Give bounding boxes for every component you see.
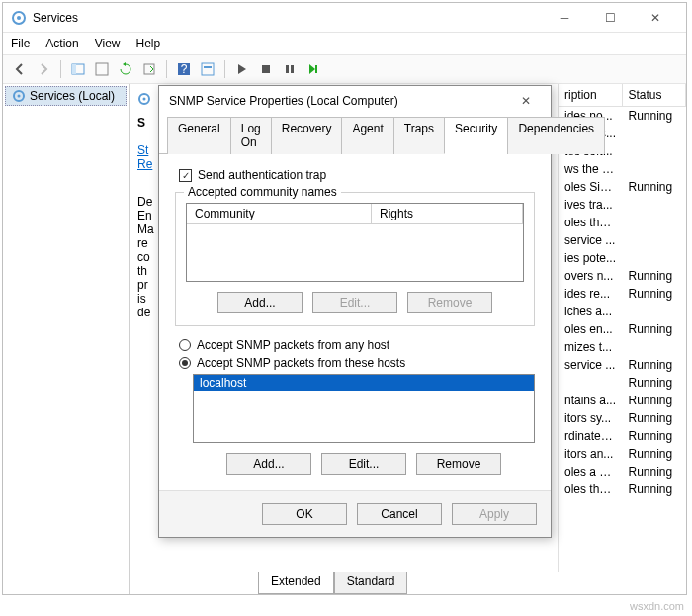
- table-row[interactable]: iches a...: [559, 303, 686, 320]
- radio-any-host[interactable]: Accept SNMP packets from any host: [175, 338, 535, 352]
- table-row[interactable]: oles the ...Running: [559, 481, 686, 498]
- cell-status: Running: [623, 374, 687, 392]
- tab-standard[interactable]: Standard: [334, 572, 408, 594]
- menu-view[interactable]: View: [95, 37, 121, 50]
- cancel-button[interactable]: Cancel: [357, 503, 442, 525]
- svg-rect-12: [291, 65, 294, 73]
- table-row[interactable]: ives tra...: [559, 196, 686, 214]
- svg-rect-8: [202, 63, 214, 75]
- cell-status: Running: [623, 178, 687, 196]
- menu-action[interactable]: Action: [45, 37, 78, 50]
- tree-item-services-local[interactable]: Services (Local): [5, 86, 127, 106]
- cell-desc: service ...: [559, 231, 623, 249]
- cell-status: Running: [623, 392, 687, 409]
- dialog-footer: OK Cancel Apply: [159, 490, 551, 537]
- ok-button[interactable]: OK: [262, 503, 347, 525]
- dialog-close-button[interactable]: ✕: [511, 86, 541, 116]
- restart-link[interactable]: Re: [137, 157, 152, 171]
- tab-dependencies[interactable]: Dependencies: [507, 117, 605, 154]
- col-community[interactable]: Community: [187, 204, 372, 223]
- menu-help[interactable]: Help: [136, 37, 161, 50]
- cell-status: Running: [623, 463, 687, 481]
- minimize-button[interactable]: ─: [542, 3, 587, 33]
- svg-text:?: ?: [181, 62, 188, 76]
- col-description[interactable]: ription: [559, 84, 623, 106]
- cell-status: [623, 214, 687, 231]
- table-row[interactable]: service ...Running: [559, 356, 686, 374]
- svg-rect-4: [96, 63, 108, 75]
- send-auth-trap-label: Send authentication trap: [198, 168, 326, 182]
- tab-agent[interactable]: Agent: [341, 117, 393, 154]
- svg-rect-9: [204, 66, 212, 68]
- host-edit-button[interactable]: Edit...: [321, 453, 406, 475]
- cell-desc: oles the ...: [559, 481, 623, 498]
- tab-traps[interactable]: Traps: [393, 117, 445, 154]
- host-add-button[interactable]: Add...: [226, 453, 311, 475]
- table-row[interactable]: itors an...Running: [559, 445, 686, 463]
- services-list[interactable]: ription Status ides no...Runningages ac.…: [558, 84, 686, 572]
- cell-status: [623, 249, 687, 267]
- toolbar-btn[interactable]: [197, 58, 218, 80]
- show-hide-tree-button[interactable]: [67, 58, 89, 80]
- cell-desc: [559, 374, 623, 392]
- send-auth-trap-checkbox[interactable]: ✓ Send authentication trap: [175, 168, 535, 182]
- table-row[interactable]: overs n...Running: [559, 267, 686, 285]
- table-row[interactable]: oles en...Running: [559, 320, 686, 338]
- dialog-body: ✓ Send authentication trap Accepted comm…: [159, 154, 551, 490]
- refresh-button[interactable]: [115, 58, 136, 80]
- tab-general[interactable]: General: [167, 117, 231, 154]
- table-row[interactable]: oles a us...Running: [559, 463, 686, 481]
- back-button[interactable]: [9, 58, 31, 80]
- col-status[interactable]: Status: [623, 84, 687, 106]
- cell-desc: overs n...: [559, 267, 623, 285]
- cell-status: Running: [623, 481, 687, 498]
- apply-button[interactable]: Apply: [452, 503, 537, 525]
- table-row[interactable]: mizes t...: [559, 338, 686, 356]
- properties-button[interactable]: [91, 58, 113, 80]
- play-button[interactable]: [231, 58, 253, 80]
- export-button[interactable]: [138, 58, 160, 80]
- table-row[interactable]: ntains a...Running: [559, 392, 686, 409]
- menubar: File Action View Help: [3, 33, 686, 54]
- col-rights[interactable]: Rights: [372, 204, 523, 223]
- pause-button[interactable]: [279, 58, 301, 80]
- host-remove-button[interactable]: Remove: [416, 453, 501, 475]
- stop-button[interactable]: [255, 58, 277, 80]
- table-row[interactable]: ies pote...: [559, 249, 686, 267]
- table-row[interactable]: oles Sim...Running: [559, 178, 686, 196]
- table-row[interactable]: ws the s...: [559, 160, 686, 178]
- tab-logon[interactable]: Log On: [230, 117, 272, 154]
- community-edit-button[interactable]: Edit...: [312, 292, 397, 313]
- restart-button[interactable]: [303, 58, 324, 80]
- table-row[interactable]: itors sy...Running: [559, 409, 686, 427]
- community-add-button[interactable]: Add...: [217, 292, 303, 313]
- menu-file[interactable]: File: [11, 37, 30, 50]
- close-button[interactable]: ✕: [633, 3, 678, 33]
- cell-status: Running: [623, 427, 687, 445]
- maximize-button[interactable]: ☐: [587, 3, 633, 33]
- tab-security[interactable]: Security: [444, 117, 508, 154]
- radio-these-hosts-label: Accept SNMP packets from these hosts: [197, 356, 405, 370]
- tab-recovery[interactable]: Recovery: [271, 117, 343, 154]
- cell-desc: ies pote...: [559, 249, 623, 267]
- community-listview[interactable]: Community Rights: [186, 203, 524, 282]
- community-remove-button[interactable]: Remove: [407, 292, 492, 313]
- svg-rect-11: [286, 65, 289, 73]
- cell-desc: itors an...: [559, 445, 623, 463]
- radio-these-hosts[interactable]: Accept SNMP packets from these hosts: [175, 356, 535, 370]
- table-row[interactable]: ides re...Running: [559, 285, 686, 303]
- start-link[interactable]: St: [137, 143, 148, 157]
- hosts-listbox[interactable]: localhost: [193, 374, 535, 443]
- tab-extended[interactable]: Extended: [258, 572, 334, 594]
- forward-button[interactable]: [33, 58, 54, 80]
- window-title: Services: [33, 11, 78, 25]
- help-button[interactable]: ?: [173, 58, 195, 80]
- table-row[interactable]: rdinates...Running: [559, 427, 686, 445]
- table-row[interactable]: oles the ...: [559, 214, 686, 231]
- host-item-selected[interactable]: localhost: [194, 375, 534, 391]
- cell-desc: ides re...: [559, 285, 623, 303]
- cell-status: Running: [623, 356, 687, 374]
- tree-item-label: Services (Local): [30, 89, 115, 103]
- table-row[interactable]: Running: [559, 374, 686, 392]
- table-row[interactable]: service ...: [559, 231, 686, 249]
